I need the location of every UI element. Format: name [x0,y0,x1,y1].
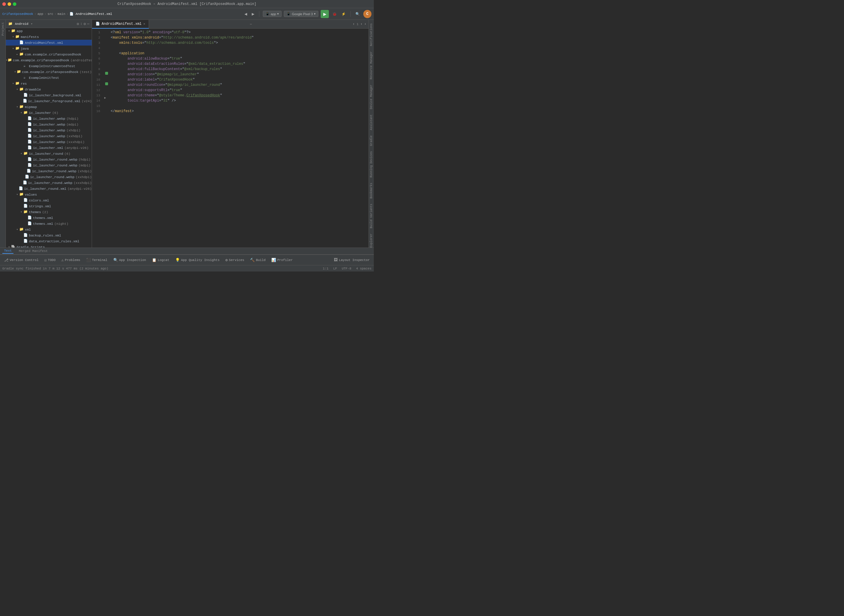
sidebar-device-manager[interactable]: Device Manager [370,82,373,111]
tree-item-ic_xxxhdpi[interactable]: 📄ic_launcher.webp (xxxhdpi) [6,139,92,145]
user-avatar[interactable]: C [363,10,371,18]
tree-item-ic_xhdpi[interactable]: 📄ic_launcher.webp (xhdpi) [6,127,92,133]
tree-item-themes[interactable]: 📄themes.xml [6,215,92,221]
tree-item-themes_folder[interactable]: ▾📁themes (2) [6,209,92,215]
tree-item-icr_anydpi[interactable]: 📄ic_launcher_round.xml (anydpi-v26) [6,186,92,192]
tree-label-colors: colors.xml [29,198,49,202]
tree-item-ic_mdpi[interactable]: 📄ic_launcher.webp (mdpi) [6,122,92,127]
layout-inspector-tool[interactable]: 🖼 Layout Inspector [332,257,371,263]
indent-info[interactable]: 4 spaces [356,267,371,270]
terminal-label: Terminal [92,258,107,262]
tree-item-icr_xxhdpi[interactable]: 📄ic_launcher_round.webp (xxhdpi) [6,174,92,180]
line-separator[interactable]: LF [333,267,337,270]
tree-item-drawable[interactable]: ▾📁drawable [6,87,92,92]
logcat-tool[interactable]: 📋 Logcat [150,257,171,263]
tree-item-ic_bg[interactable]: 📄ic_launcher_background.xml [6,92,92,98]
project-filter-icon[interactable]: ⚙ [84,22,86,26]
build-tool[interactable]: 🔨 Build [248,257,267,263]
tab-close-button[interactable]: ✕ [143,22,145,26]
tree-item-ic_launcher_folder[interactable]: ▾📁ic_launcher (6) [6,110,92,116]
minimize-button[interactable] [7,2,11,6]
tree-item-pkg2[interactable]: ▾📁com.example.crifanxposedhook (androidT… [6,57,92,63]
tree-item-themes_night[interactable]: 📄themes.xml (night) [6,221,92,227]
tree-item-ic_fg[interactable]: 📄ic_launcher_foreground.xml (v24) [6,98,92,104]
terminal-tool[interactable]: ⬛ Terminal [84,257,109,263]
version-control-tool[interactable]: ⎇ Version Control [2,257,40,263]
tree-item-res[interactable]: ▾📁res [6,81,92,87]
back-button[interactable]: ◀ [243,12,248,17]
tree-item-app[interactable]: ▾📁app [6,28,92,34]
tab-androidmanifest[interactable]: 📄 AndroidManifest.xml ✕ [92,20,149,29]
tree-item-data_extraction[interactable]: 📄data_extraction_rules.xml [6,238,92,244]
debug-button[interactable]: 🐞 [331,12,338,17]
tree-label-exampleunit: ExampleUnitTest [29,76,59,80]
tree-item-icr_mdpi[interactable]: 📄ic_launcher_round.webp (mdpi) [6,162,92,168]
sidebar-device-file-explorer[interactable]: Device File Explorer [370,231,373,248]
problems-tool[interactable]: ⚠ Problems [60,257,82,263]
cursor-position[interactable]: 1:1 [323,267,329,270]
tree-item-icr_hdpi[interactable]: 📄ic_launcher_round.webp (hdpi) [6,157,92,162]
breadcrumb-src[interactable]: src [48,12,53,16]
sidebar-running-devices[interactable]: Running Devices [370,149,373,180]
tree-item-xml_folder[interactable]: ▾📁xml [6,227,92,232]
run-button[interactable]: ▶ [321,10,329,18]
search-button[interactable]: 🔍 [354,12,361,17]
project-more-icon[interactable]: ⋯ [87,22,90,26]
app-config-dropdown[interactable]: 📱 app ▾ [263,11,282,17]
forward-button[interactable]: ▶ [251,12,255,17]
tree-item-manifests[interactable]: ▾📁manifests [6,34,92,40]
tree-item-backup_rules[interactable]: 📄backup_rules.xml [6,232,92,238]
file-encoding[interactable]: UTF-8 [342,267,351,270]
tree-item-java[interactable]: ▾📁java [6,45,92,51]
tree-item-pkg1[interactable]: ▸📁com.example.crifanxposedhook [6,51,92,57]
project-dropdown-arrow[interactable]: ▾ [31,22,33,26]
tree-item-colors[interactable]: 📄colors.xml [6,197,92,203]
todo-tool[interactable]: ☑ TODO [43,257,57,263]
tree-item-mipmap[interactable]: ▾📁mipmap [6,104,92,110]
tree-item-pkg3[interactable]: ▾📁com.example.crifanxposedhook (test) [6,69,92,75]
tab-merged-manifest[interactable]: Merged Manifest [17,249,49,254]
tree-item-icr_xxxhdpi[interactable]: 📄ic_launcher_round.webp (xxxhdpi) [6,180,92,186]
code-line-4: 4 [92,45,368,51]
device-dropdown[interactable]: 📱 Google Pixel 3 ▾ [284,11,319,17]
tree-item-values[interactable]: ▾📁values [6,192,92,197]
tree-item-icr_xhdpi[interactable]: 📄ic_launcher_round.webp (xhdpi) [6,168,92,174]
breadcrumb-main[interactable]: main [57,12,65,16]
tabs-more-button[interactable]: ⋯ [248,22,254,26]
tree-label-ic_xxxhdpi: ic_launcher.webp [33,140,65,144]
services-tool[interactable]: ⚙ Services [224,257,246,263]
code-editor[interactable]: 1 <?xml version="1.0" encoding="utf-8"?>… [92,29,368,248]
window-controls[interactable] [2,2,16,6]
breadcrumb-app[interactable]: app [37,12,43,16]
sidebar-bookmarks[interactable]: Bookmarks [370,180,373,201]
sidebar-build-variants[interactable]: Build Variants [370,201,373,231]
sidebar-gradle[interactable]: Gradle [370,133,373,148]
sidebar-resource-manager[interactable]: Resource Manager [370,49,373,82]
tree-item-ic_hdpi[interactable]: 📄ic_launcher.webp (hdpi) [6,116,92,122]
project-sync-icon[interactable]: ↕ [80,22,83,26]
profiler-tool[interactable]: 📊 Profiler [270,257,294,263]
code-line-11: 11 android:roundIcon="@mipmap/ic_launche… [92,82,368,88]
sidebar-notifications[interactable]: Notifications [370,21,373,48]
tree-item-ic_round_folder[interactable]: ▾📁ic_launcher_round (6) [6,151,92,157]
sidebar-assistant[interactable]: Assistant [370,112,373,132]
project-settings-icon[interactable]: ⚙ [77,22,79,26]
close-button[interactable] [2,2,6,6]
tree-item-exampleunit[interactable]: ☕ExampleUnitTest [6,75,92,81]
breadcrumb-project[interactable]: CrifanXposedHook [2,12,33,16]
project-icon[interactable]: Project [1,22,5,36]
tree-item-exampleinstrumented[interactable]: ☕ExampleInstrumentedTest [6,63,92,69]
app-inspection-tool[interactable]: 🔍 App Inspection [112,257,148,263]
tree-item-androidmanifest[interactable]: 📄AndroidManifest.xml [6,40,92,45]
app-quality-insights-tool[interactable]: 💡 App Quality Insights [173,257,222,263]
tree-arrow-java: ▾ [11,47,15,50]
maximize-button[interactable] [13,2,16,6]
profile-button[interactable]: ⚡ [340,12,347,17]
tree-item-ic_xxhdpi[interactable]: 📄ic_launcher.webp (xxhdpi) [6,133,92,139]
breadcrumb-file[interactable]: 📄 AndroidManifest.xml [69,12,112,16]
tree-item-gradle_scripts[interactable]: ▾🐘Gradle Scripts [6,244,92,248]
title-bar: CrifanXposedHook – AndroidManifest.xml [… [0,0,374,8]
tab-text[interactable]: Text [2,248,13,254]
tree-item-ic_anydpi[interactable]: 📄ic_launcher.xml (anydpi-v26) [6,145,92,151]
tree-item-strings[interactable]: 📄strings.xml [6,203,92,209]
